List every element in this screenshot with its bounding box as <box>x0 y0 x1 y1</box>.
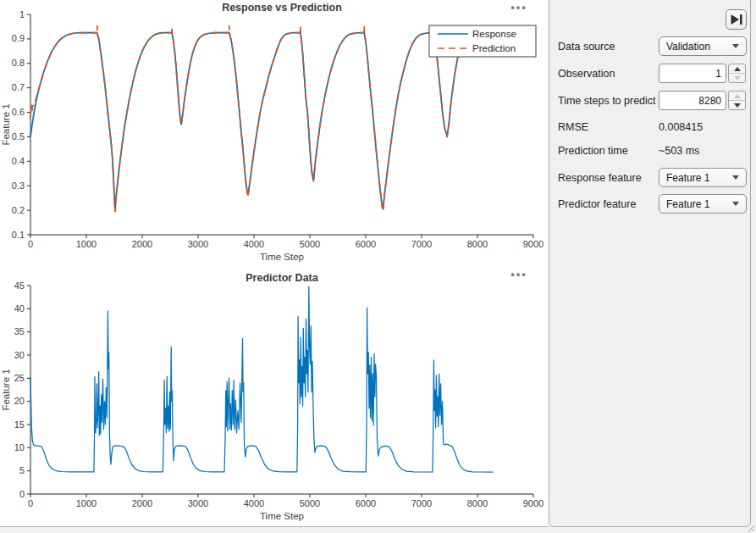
data-source-value: Validation <box>666 41 710 53</box>
app-window: { "icons": { "ellipsis": "•••" }, "panel… <box>0 0 756 533</box>
svg-text:Feature 1: Feature 1 <box>1 369 11 410</box>
svg-text:20: 20 <box>14 396 25 406</box>
svg-text:5000: 5000 <box>300 498 320 508</box>
svg-text:0: 0 <box>28 498 33 508</box>
response-feature-row: Response feature Feature 1 <box>558 168 747 187</box>
time-steps-increment-button[interactable] <box>729 92 745 100</box>
svg-text:7000: 7000 <box>411 498 432 508</box>
svg-text:15: 15 <box>14 419 25 430</box>
svg-text:45: 45 <box>14 280 25 291</box>
response-feature-dropdown[interactable]: Feature 1 <box>659 168 747 187</box>
svg-text:25: 25 <box>14 373 25 383</box>
prediction-time-label: Prediction time <box>558 145 628 157</box>
svg-text:35: 35 <box>14 326 25 336</box>
axes-toolbar-ellipsis-icon[interactable]: ••• <box>506 2 532 15</box>
svg-text:Predictor Data: Predictor Data <box>246 272 318 284</box>
svg-text:Response: Response <box>472 29 516 39</box>
arrow-down-icon <box>734 103 741 108</box>
predictor-data-axes[interactable]: 0100020003000400050006000700080009000051… <box>0 267 549 527</box>
rmse-row: RMSE 0.008415 <box>558 117 747 136</box>
svg-text:8000: 8000 <box>467 498 488 508</box>
predictor-data-chart: 0100020003000400050006000700080009000051… <box>0 267 549 527</box>
response-vs-prediction-chart: 01000200030004000500060007000800090000.1… <box>0 0 549 264</box>
svg-text:6000: 6000 <box>356 498 376 508</box>
svg-text:3000: 3000 <box>188 239 208 249</box>
arrow-down-icon <box>734 76 741 81</box>
observation-row: Observation <box>558 64 747 83</box>
svg-text:6000: 6000 <box>356 239 376 249</box>
svg-text:2000: 2000 <box>132 239 152 249</box>
svg-text:Response vs Prediction: Response vs Prediction <box>222 2 342 14</box>
response-feature-value: Feature 1 <box>666 172 709 184</box>
svg-text:Time Step: Time Step <box>260 252 304 262</box>
svg-text:0.4: 0.4 <box>12 156 25 166</box>
time-steps-field-group <box>659 91 747 110</box>
svg-text:10: 10 <box>14 442 25 452</box>
svg-text:1000: 1000 <box>76 239 97 249</box>
svg-text:0: 0 <box>19 489 25 499</box>
time-steps-decrement-button[interactable] <box>729 100 745 109</box>
chevron-down-icon <box>732 44 739 48</box>
svg-text:30: 30 <box>14 350 25 360</box>
rmse-label: RMSE <box>558 121 588 133</box>
observation-field-group <box>659 64 747 83</box>
svg-text:8000: 8000 <box>467 239 488 249</box>
response-feature-label: Response feature <box>558 172 642 184</box>
predictor-feature-label: Predictor feature <box>558 198 636 210</box>
rmse-value: 0.008415 <box>659 121 747 133</box>
svg-text:3000: 3000 <box>188 498 208 508</box>
svg-text:40: 40 <box>14 303 25 314</box>
observation-decrement-button[interactable] <box>729 73 745 82</box>
predictor-feature-value: Feature 1 <box>666 198 709 210</box>
time-steps-row: Time steps to predict <box>558 91 747 110</box>
data-source-label: Data source <box>558 41 615 53</box>
svg-text:0.7: 0.7 <box>12 82 25 92</box>
svg-text:2000: 2000 <box>132 498 152 508</box>
arrow-up-icon <box>734 67 741 71</box>
chevron-down-icon <box>732 202 739 206</box>
svg-text:5: 5 <box>19 465 25 475</box>
data-source-row: Data source Validation <box>558 36 747 56</box>
svg-text:0.6: 0.6 <box>12 107 25 117</box>
prediction-time-row: Prediction time ~503 ms <box>558 141 747 160</box>
svg-text:0.5: 0.5 <box>12 131 25 142</box>
observation-spinner <box>728 64 746 83</box>
axes-toolbar-ellipsis-icon[interactable]: ••• <box>506 269 532 282</box>
predict-run-button[interactable] <box>726 9 747 30</box>
observation-input[interactable] <box>659 64 726 83</box>
charts-area: 01000200030004000500060007000800090000.1… <box>0 0 549 527</box>
svg-text:9000: 9000 <box>523 239 544 249</box>
svg-text:4000: 4000 <box>244 239 264 249</box>
observation-label: Observation <box>558 68 615 80</box>
response-prediction-axes[interactable]: 01000200030004000500060007000800090000.1… <box>0 0 549 264</box>
svg-text:0.2: 0.2 <box>12 205 25 215</box>
svg-text:Feature 1: Feature 1 <box>1 103 11 145</box>
svg-text:7000: 7000 <box>411 239 432 249</box>
svg-text:0.3: 0.3 <box>12 180 25 191</box>
svg-text:4000: 4000 <box>244 498 264 508</box>
svg-text:9000: 9000 <box>523 498 544 508</box>
time-steps-spinner <box>728 91 746 110</box>
svg-text:0.8: 0.8 <box>12 58 25 68</box>
prediction-time-value: ~503 ms <box>659 145 747 157</box>
svg-text:5000: 5000 <box>300 239 320 249</box>
data-source-dropdown[interactable]: Validation <box>659 36 747 56</box>
svg-text:1000: 1000 <box>76 498 97 508</box>
svg-text:1: 1 <box>19 9 25 19</box>
arrow-up-icon <box>734 94 741 98</box>
time-steps-label: Time steps to predict <box>558 95 656 107</box>
predictor-feature-dropdown[interactable]: Feature 1 <box>659 194 747 214</box>
step-forward-icon <box>730 14 743 25</box>
svg-text:Prediction: Prediction <box>472 43 516 53</box>
controls-panel: Data source Validation Observation Time … <box>549 0 751 527</box>
time-steps-input[interactable] <box>659 91 726 110</box>
observation-increment-button[interactable] <box>729 64 745 73</box>
predictor-feature-row: Predictor feature Feature 1 <box>558 194 747 214</box>
svg-text:Time Step: Time Step <box>260 511 304 521</box>
svg-text:0: 0 <box>28 239 33 249</box>
svg-text:0.1: 0.1 <box>12 230 25 240</box>
svg-text:0.9: 0.9 <box>12 33 25 43</box>
window-resize-grip[interactable] <box>748 525 755 532</box>
chevron-down-icon <box>732 175 739 180</box>
